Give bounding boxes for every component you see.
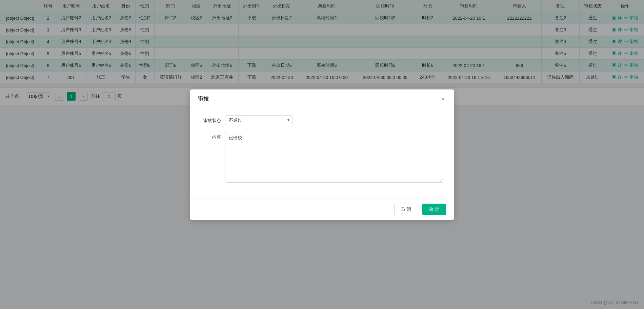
status-control: 通过 不通过 — [225, 115, 443, 125]
status-select[interactable]: 通过 不通过 — [225, 115, 293, 125]
modal-close-button[interactable]: × — [440, 96, 446, 102]
cancel-button[interactable]: 取 消 — [394, 204, 419, 215]
modal-footer: 取 消 确 定 — [190, 199, 454, 220]
status-select-wrapper[interactable]: 通过 不通过 — [225, 115, 293, 125]
modal-header: 审核 × — [190, 89, 454, 107]
modal-title: 审核 — [198, 96, 209, 103]
modal-overlay[interactable]: 审核 × 审核状态 通过 不通过 内容 已出校 — [0, 0, 644, 309]
status-label: 审核状态 — [201, 115, 225, 124]
modal-body: 审核状态 通过 不通过 内容 已出校 — [190, 107, 454, 199]
content-label: 内容 — [201, 132, 225, 140]
content-control: 已出校 — [225, 132, 443, 184]
content-form-row: 内容 已出校 — [201, 132, 443, 184]
confirm-button[interactable]: 确 定 — [422, 204, 446, 215]
status-form-row: 审核状态 通过 不通过 — [201, 115, 443, 125]
content-textarea[interactable]: 已出校 — [225, 132, 443, 183]
modal-box: 审核 × 审核状态 通过 不通过 内容 已出校 — [190, 89, 454, 220]
